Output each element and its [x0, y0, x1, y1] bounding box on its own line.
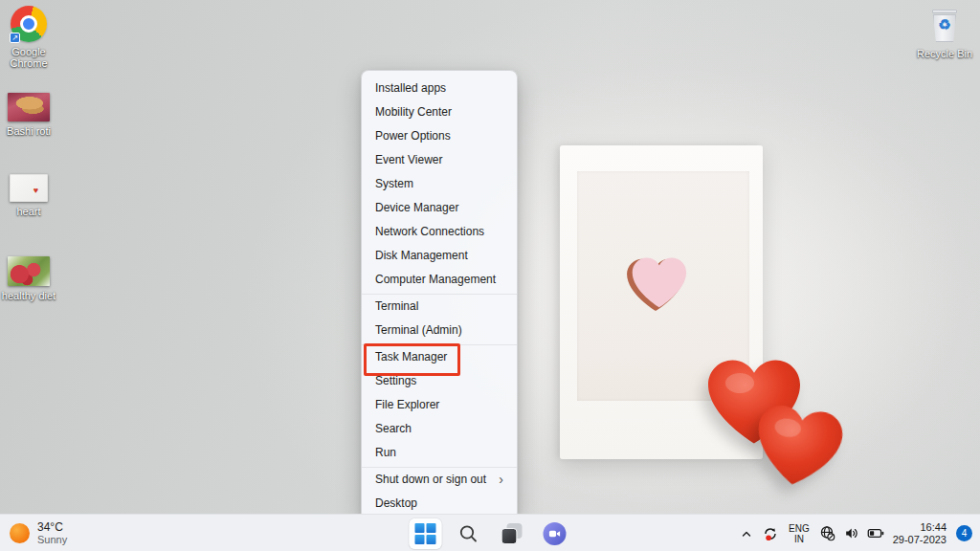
- menu-item[interactable]: File Explorer: [362, 392, 517, 416]
- taskbar-clock[interactable]: 16:44 29-07-2023: [893, 521, 947, 546]
- menu-item-label: Search: [375, 422, 503, 435]
- shortcut-arrow-icon: ↗: [10, 33, 20, 43]
- recycle-bin-lid: [932, 10, 957, 13]
- menu-item[interactable]: Shut down or sign out ›: [362, 467, 517, 491]
- submenu-chevron-icon: ›: [499, 473, 503, 486]
- language-indicator[interactable]: ENG IN: [787, 523, 812, 544]
- menu-item[interactable]: Power Options: [362, 123, 517, 147]
- menu-item-label: Event Viewer: [375, 153, 503, 166]
- desktop-icon-label: heart: [16, 206, 40, 217]
- taskbar-center-icons: [410, 515, 571, 551]
- search-icon: [457, 522, 480, 545]
- menu-item-label: Desktop: [375, 496, 503, 510]
- menu-item[interactable]: Disk Management: [362, 243, 517, 267]
- weather-condition: Sunny: [37, 534, 67, 545]
- menu-item-label: Terminal (Admin): [375, 323, 503, 337]
- battery-icon[interactable]: [867, 525, 885, 541]
- tray-date: 29-07-2023: [893, 534, 947, 546]
- task-view-icon: [501, 522, 523, 545]
- desktop-icon-label: Recycle Bin: [917, 48, 972, 59]
- task-view-button[interactable]: [496, 518, 528, 549]
- menu-item[interactable]: Desktop: [362, 491, 517, 515]
- chat-icon: [544, 522, 567, 545]
- menu-item-label: Settings: [375, 374, 503, 387]
- menu-item[interactable]: Task Manager: [362, 344, 517, 368]
- desktop-icon-healthy-diet[interactable]: healthy diet: [0, 256, 57, 301]
- menu-item[interactable]: Run: [362, 440, 517, 464]
- healthy-diet-image-thumbnail: [8, 256, 50, 286]
- bashi-roti-image-thumbnail: [8, 93, 50, 121]
- chat-button[interactable]: [539, 518, 571, 549]
- no-internet-globe-icon[interactable]: [819, 525, 835, 541]
- menu-item-label: Terminal: [375, 299, 503, 313]
- start-button[interactable]: [410, 518, 442, 549]
- desktop-icon-label: Google Chrome: [0, 46, 57, 69]
- menu-item-label: Power Options: [375, 129, 503, 143]
- taskbar-weather-widget[interactable]: 34°C Sunny: [10, 515, 67, 551]
- desktop-icon-label: healthy diet: [2, 290, 56, 301]
- red-heart-decoration: [750, 403, 845, 492]
- recycle-arrows-icon: ♻: [928, 16, 961, 33]
- chrome-icon: ↗: [11, 6, 47, 42]
- taskbar: 34°C Sunny: [0, 514, 980, 551]
- menu-item[interactable]: Computer Management: [362, 267, 517, 291]
- menu-item-label: Installed apps: [375, 81, 503, 95]
- tray-time: 16:44: [893, 521, 947, 534]
- chrome-icon-hub: [20, 15, 37, 33]
- sunny-weather-icon: [10, 523, 30, 543]
- pink-heart-image: [625, 253, 690, 313]
- menu-item[interactable]: Event Viewer: [362, 147, 517, 171]
- menu-item[interactable]: Installed apps: [362, 76, 517, 99]
- menu-item-label: System: [375, 177, 503, 190]
- desktop-icon-bashi-roti[interactable]: Bashi roti: [0, 93, 57, 137]
- menu-item-label: Network Connections: [375, 225, 503, 238]
- notification-badge[interactable]: 4: [956, 525, 972, 541]
- menu-item[interactable]: Device Manager: [362, 195, 517, 219]
- menu-item[interactable]: Mobility Center: [362, 99, 517, 123]
- sync-recording-icon[interactable]: [762, 525, 779, 542]
- menu-item-label: Shut down or sign out: [375, 473, 499, 486]
- weather-temperature: 34°C: [37, 521, 67, 534]
- windows-logo-icon: [415, 523, 436, 544]
- desktop-icon-heart[interactable]: ♥ heart: [0, 174, 57, 217]
- language-line2: IN: [789, 534, 810, 544]
- desktop-icon-recycle-bin[interactable]: ♻ Recycle Bin: [914, 8, 975, 59]
- desktop-icon-label: Bashi roti: [7, 125, 51, 137]
- volume-icon[interactable]: [843, 525, 859, 541]
- desktop-icon-google-chrome[interactable]: ↗ Google Chrome: [0, 6, 57, 69]
- system-tray: ENG IN 16:44 29-07-20: [739, 515, 972, 551]
- desktop-wallpaper: ↗ Google Chrome Bashi roti ♥ heart healt…: [0, 0, 980, 551]
- menu-item[interactable]: Terminal: [362, 294, 517, 318]
- search-button[interactable]: [453, 518, 485, 549]
- menu-item[interactable]: Terminal (Admin): [362, 318, 517, 342]
- menu-item[interactable]: System: [362, 171, 517, 195]
- menu-item[interactable]: Search: [362, 416, 517, 440]
- winx-context-menu: Installed apps Mobility Center Power Opt…: [361, 70, 518, 520]
- menu-item-label: Device Manager: [375, 201, 503, 214]
- heart-image-thumbnail: ♥: [10, 174, 48, 202]
- menu-item-label: Run: [375, 446, 503, 459]
- menu-item-label: Mobility Center: [375, 105, 503, 119]
- menu-item-label: Task Manager: [375, 350, 503, 364]
- recycle-bin-icon: ♻: [928, 8, 961, 44]
- menu-item-label: Computer Management: [375, 273, 503, 286]
- menu-item[interactable]: Settings: [362, 368, 517, 392]
- mini-heart-glyph: ♥: [33, 187, 38, 195]
- menu-item-label: File Explorer: [375, 398, 503, 411]
- language-line1: ENG: [789, 523, 810, 534]
- menu-item-label: Disk Management: [375, 249, 503, 262]
- menu-item[interactable]: Network Connections: [362, 219, 517, 243]
- tray-chevron-up-icon[interactable]: [739, 526, 754, 541]
